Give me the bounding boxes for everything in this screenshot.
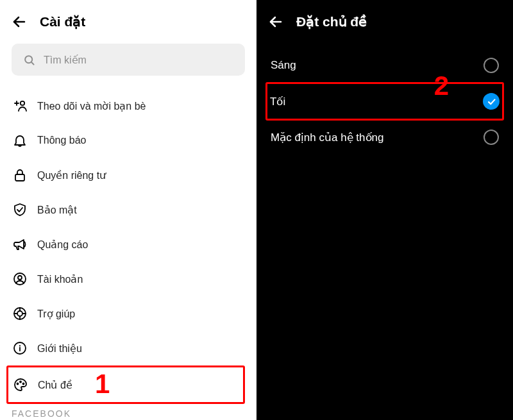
settings-menu: Theo dõi và mời bạn bè Thông báo Quyền r… <box>0 88 256 404</box>
theme-option-label: Sáng <box>271 59 296 72</box>
search-placeholder: Tìm kiếm <box>44 54 87 66</box>
menu-label: Quyền riêng tư <box>37 169 106 181</box>
theme-option-label: Mặc định của hệ thống <box>271 131 383 144</box>
radio-checked-icon <box>483 93 500 110</box>
settings-header: Cài đặt <box>0 0 256 41</box>
help-icon <box>12 305 28 322</box>
palette-icon <box>12 376 29 393</box>
theme-header: Đặt chủ đề <box>256 0 513 41</box>
annotation-1: 1 <box>95 369 110 399</box>
info-icon <box>12 340 28 357</box>
menu-notifications[interactable]: Thông báo <box>12 123 245 158</box>
svg-point-8 <box>18 276 22 280</box>
bell-icon <box>12 132 28 149</box>
menu-label: Thông báo <box>37 135 87 146</box>
svg-rect-6 <box>15 174 24 181</box>
megaphone-icon <box>12 236 28 253</box>
theme-title: Đặt chủ đề <box>296 14 367 29</box>
menu-ads[interactable]: Quảng cáo <box>12 227 245 262</box>
menu-label: Trợ giúp <box>37 308 75 320</box>
settings-panel: Cài đặt Tìm kiếm Theo dõi và mời bạn bè … <box>0 0 256 420</box>
svg-point-10 <box>17 311 22 316</box>
svg-point-19 <box>20 382 21 383</box>
menu-label: Theo dõi và mời bạn bè <box>37 100 146 112</box>
theme-option-label: Tối <box>270 95 285 108</box>
radio-unchecked-icon <box>484 58 499 73</box>
theme-option-dark[interactable]: Tối <box>265 82 504 121</box>
theme-option-light[interactable]: Sáng <box>268 49 501 82</box>
svg-point-5 <box>21 101 24 105</box>
menu-about[interactable]: Giới thiệu <box>12 331 245 365</box>
menu-label: Quảng cáo <box>37 239 88 251</box>
theme-option-system[interactable]: Mặc định của hệ thống <box>268 121 501 154</box>
menu-theme[interactable]: Chủ đề <box>6 365 245 404</box>
user-plus-icon <box>12 97 28 114</box>
footer-label: FACEBOOK <box>12 408 71 419</box>
svg-point-18 <box>17 383 19 385</box>
menu-label: Chủ đề <box>38 379 72 391</box>
theme-options: Sáng Tối Mặc định của hệ thống <box>256 41 513 162</box>
menu-label: Tài khoản <box>37 273 83 285</box>
back-icon[interactable] <box>268 14 283 29</box>
menu-label: Bảo mật <box>37 204 77 216</box>
menu-help[interactable]: Trợ giúp <box>12 296 245 331</box>
menu-privacy[interactable]: Quyền riêng tư <box>12 158 245 192</box>
search-input[interactable]: Tìm kiếm <box>12 44 245 76</box>
account-icon <box>12 271 28 287</box>
radio-unchecked-icon <box>484 130 499 145</box>
search-icon <box>21 51 37 68</box>
svg-line-2 <box>31 62 34 65</box>
lock-icon <box>12 167 28 183</box>
menu-security[interactable]: Bảo mật <box>12 192 245 227</box>
shield-icon <box>12 201 28 218</box>
theme-panel: Đặt chủ đề Sáng Tối Mặc định của hệ thốn… <box>256 0 513 420</box>
menu-label: Giới thiệu <box>37 342 82 355</box>
annotation-2: 2 <box>434 71 449 101</box>
svg-point-20 <box>23 383 24 385</box>
menu-follow-invite[interactable]: Theo dõi và mời bạn bè <box>12 88 245 123</box>
settings-title: Cài đặt <box>40 14 85 29</box>
menu-account[interactable]: Tài khoản <box>12 262 245 296</box>
back-icon[interactable] <box>12 14 27 29</box>
